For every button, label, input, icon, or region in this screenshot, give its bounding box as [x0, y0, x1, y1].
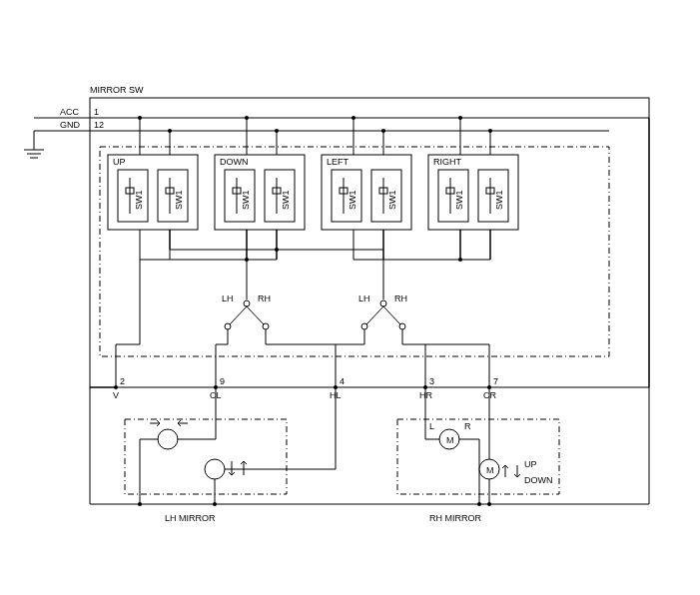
terminals: 2 V 9 CL 4 HL 3 HR 7 CR [113, 260, 498, 400]
svg-point-118 [477, 502, 481, 506]
motor-down: DOWN [524, 475, 553, 485]
sw1-label-r: SW1 [281, 190, 291, 210]
pin-7: 7 [493, 376, 498, 386]
svg-point-120 [487, 502, 491, 506]
mirror-sw-box [90, 98, 649, 387]
rh-mirror-label: RH MIRROR [429, 513, 481, 523]
arrow-down-icon [514, 465, 520, 477]
label-hr: HR [419, 390, 432, 400]
selector-1: LH RH [222, 294, 271, 344]
label-v: V [113, 390, 119, 400]
arrow-down-icon [229, 461, 235, 475]
switch-label: DOWN [220, 157, 249, 167]
sw1-label-l: SW1 [348, 190, 357, 210]
gnd-label: GND [60, 120, 81, 130]
arrow-up-icon [241, 461, 247, 475]
pin-4: 4 [340, 376, 345, 386]
selector-rh: RH [258, 294, 271, 303]
switch-label: LEFT [327, 157, 350, 167]
lh-mirror-label: LH MIRROR [165, 513, 216, 523]
acc-label: ACC [60, 107, 80, 117]
motor-icon [205, 459, 225, 479]
sw1-label-r: SW1 [387, 190, 397, 210]
arrow-left-icon [178, 420, 188, 426]
label-cr: CR [483, 390, 496, 400]
motor-icon [158, 429, 178, 449]
switch-group-left: LEFT SW1 SW1 [322, 118, 411, 260]
bus-junctions [138, 116, 492, 133]
selector-lh: LH [222, 294, 234, 303]
sw1-label-l: SW1 [454, 190, 464, 210]
svg-point-111 [213, 502, 217, 506]
svg-point-73 [225, 323, 231, 329]
sw1-label-l: SW1 [241, 190, 251, 210]
motor-up: UP [524, 459, 537, 469]
switch-group-right: RIGHT SW1 SW1 [428, 118, 518, 260]
motor-m-2: M [486, 465, 494, 475]
svg-line-72 [247, 306, 264, 324]
arrow-right-icon [150, 420, 160, 426]
sw1-label-r: SW1 [494, 190, 504, 210]
gnd-pin: 12 [94, 120, 104, 130]
svg-point-81 [399, 323, 405, 329]
arrow-up-icon [502, 465, 508, 477]
svg-line-78 [366, 306, 383, 324]
selector-2: LH RH [358, 294, 407, 344]
svg-point-107 [138, 502, 142, 506]
svg-point-74 [263, 323, 269, 329]
lh-mirror: LH MIRROR [125, 387, 336, 523]
svg-line-79 [383, 306, 400, 324]
motor-r: R [464, 421, 471, 431]
switch-label: UP [113, 157, 126, 167]
switch-group-down: DOWN SW1 SW1 [215, 118, 305, 260]
svg-point-67 [275, 248, 279, 252]
mid-wiring [140, 230, 490, 299]
svg-point-61 [458, 258, 462, 262]
selector-out-wiring [216, 344, 489, 387]
svg-point-77 [380, 300, 386, 306]
svg-rect-101 [125, 419, 287, 494]
selector-lh: LH [358, 294, 370, 303]
svg-point-80 [361, 323, 367, 329]
selector-rh: RH [394, 294, 407, 303]
switch-area-dashbox [100, 147, 609, 356]
sw1-label-l: SW1 [134, 190, 144, 210]
pin-3: 3 [429, 376, 434, 386]
svg-line-71 [230, 306, 247, 324]
sw1-label-r: SW1 [174, 190, 184, 210]
pin-9: 9 [220, 376, 225, 386]
acc-pin: 1 [94, 107, 99, 117]
motor-l: L [429, 421, 434, 431]
title-label: MIRROR SW [90, 85, 144, 95]
rh-mirror: M L R M UP DOWN RH MIRROR [397, 387, 559, 523]
svg-point-70 [244, 300, 250, 306]
switch-label: RIGHT [433, 157, 462, 167]
motor-m-1: M [446, 435, 454, 445]
ground-icon [24, 131, 44, 158]
switch-group-up: UP SW1 SW1 [108, 118, 198, 260]
pin-2: 2 [120, 376, 125, 386]
